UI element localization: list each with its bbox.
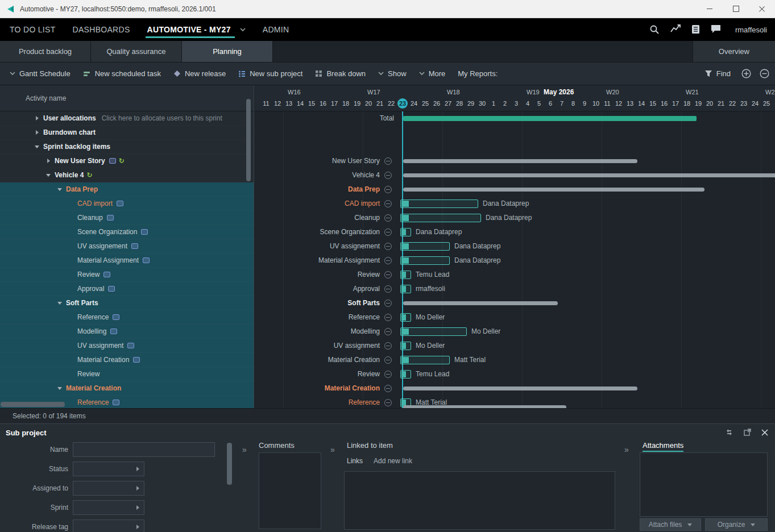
- summary-bar[interactable]: [403, 173, 775, 177]
- collapse-attachments-icon[interactable]: »: [624, 445, 629, 454]
- menu-item-automotive-my27[interactable]: AUTOMOTIVE - MY27: [139, 18, 254, 41]
- tree-vertical-scrollbar[interactable]: [246, 99, 251, 181]
- tree-row-new-user-story[interactable]: New User Story↻: [0, 154, 254, 168]
- expand-arrow-icon[interactable]: [45, 158, 51, 164]
- collapse-allocation-icon[interactable]: [384, 172, 392, 179]
- summary-bar[interactable]: [403, 386, 637, 390]
- gantt-row-uv-assignement[interactable]: UV assignementDana Dataprep: [255, 239, 775, 253]
- task-bar[interactable]: [400, 214, 481, 222]
- collapse-allocation-icon[interactable]: [384, 314, 392, 321]
- tree-row-vehicle-4[interactable]: Vehicle 4↻: [0, 168, 254, 182]
- gantt-row-material-creation[interactable]: Material CreationMatt Terial: [255, 353, 775, 367]
- tab-product-backlog[interactable]: Product backlog: [0, 41, 91, 62]
- collapse-allocation-icon[interactable]: [384, 228, 392, 236]
- collapse-allocation-icon[interactable]: [384, 186, 392, 193]
- item-checkbox-icon[interactable]: [143, 257, 150, 263]
- tree-row-material-assignment[interactable]: Material Assignment: [0, 253, 254, 268]
- collapse-allocation-icon[interactable]: [384, 371, 392, 378]
- expand-arrow-icon[interactable]: [34, 115, 40, 121]
- tree-row-approval[interactable]: Approval: [0, 282, 254, 296]
- collapse-allocation-icon[interactable]: [384, 271, 392, 279]
- tree-row-review[interactable]: Review: [0, 268, 254, 282]
- zoom-out-icon[interactable]: [760, 69, 769, 78]
- links-tab[interactable]: Links: [347, 457, 363, 465]
- subproject-status-dropdown[interactable]: [73, 462, 144, 476]
- gantt-row-total[interactable]: Total: [255, 111, 775, 126]
- collapse-allocation-icon[interactable]: [384, 200, 392, 207]
- subproject-name-input[interactable]: [73, 442, 215, 457]
- gantt-row-approval[interactable]: Approvalrmaffesoli: [255, 282, 775, 296]
- collapse-allocation-icon[interactable]: [384, 342, 392, 350]
- subproject-assigned-to-dropdown[interactable]: [73, 481, 144, 496]
- gantt-row-new-user-story[interactable]: New User Story: [255, 154, 775, 168]
- toolbar-more[interactable]: More: [413, 63, 452, 85]
- find-button[interactable]: Find: [702, 69, 733, 78]
- zoom-in-icon[interactable]: [741, 69, 751, 78]
- chat-icon[interactable]: [711, 24, 721, 35]
- task-bar[interactable]: [400, 200, 478, 208]
- total-allocation-bar[interactable]: [403, 116, 697, 121]
- collapse-allocation-icon[interactable]: [384, 300, 392, 307]
- tree-item-note[interactable]: Click here to allocate users to this spr…: [102, 114, 222, 122]
- summary-bar[interactable]: [403, 159, 637, 163]
- gantt-row-uv-assignment[interactable]: UV assignmentMo Deller: [255, 339, 775, 353]
- item-checkbox-icon[interactable]: [109, 158, 116, 164]
- attachments-section-title[interactable]: Attachments: [643, 441, 683, 452]
- gantt-row-review[interactable]: ReviewTemu Lead: [255, 268, 775, 282]
- collapse-arrow-icon[interactable]: [57, 186, 63, 192]
- tree-row-scene-organization[interactable]: Scene Organization: [0, 225, 254, 239]
- collapse-allocation-icon[interactable]: [384, 356, 392, 364]
- toolbar-new-sub-project[interactable]: New sub project: [232, 63, 309, 85]
- analytics-icon[interactable]: [670, 24, 681, 35]
- report-icon[interactable]: [691, 24, 700, 35]
- tree-row-uv-assignement[interactable]: UV assignement: [0, 239, 254, 253]
- collapse-allocation-icon[interactable]: [384, 385, 392, 392]
- gantt-row-reference[interactable]: ReferenceMo Deller: [255, 310, 775, 325]
- tree-row-review[interactable]: Review: [0, 367, 254, 381]
- close-button[interactable]: [749, 0, 775, 18]
- collapse-arrow-icon[interactable]: [34, 144, 40, 149]
- tree-row-uv-assignment[interactable]: UV assignment: [0, 339, 254, 353]
- gantt-row-modelling[interactable]: ModellingMo Deller: [255, 325, 775, 339]
- collapse-allocation-icon[interactable]: [384, 328, 392, 335]
- task-bar[interactable]: [400, 327, 467, 336]
- zoom-icon[interactable]: [649, 24, 660, 35]
- item-checkbox-icon[interactable]: [141, 229, 148, 235]
- collapse-arrow-icon[interactable]: [57, 385, 63, 391]
- toolbar-break-down[interactable]: Break down: [309, 63, 372, 85]
- summary-bar[interactable]: [403, 188, 704, 192]
- linked-items-box[interactable]: [344, 471, 615, 530]
- close-panel-icon[interactable]: [761, 429, 768, 436]
- tree-row-cleanup[interactable]: Cleanup: [0, 211, 254, 225]
- tree-row-material-creation[interactable]: Material Creation: [0, 381, 254, 396]
- toolbar-gantt-schedule[interactable]: Gantt Schedule: [3, 63, 77, 85]
- add-new-link-tab[interactable]: Add new link: [374, 457, 412, 465]
- item-checkbox-icon[interactable]: [110, 329, 117, 334]
- menu-item-admin[interactable]: ADMIN: [254, 18, 298, 41]
- tree-row-soft-parts[interactable]: Soft Parts: [0, 296, 254, 310]
- maximize-button[interactable]: [723, 0, 749, 18]
- attach-files-button[interactable]: Attach files: [640, 518, 701, 531]
- toolbar-my-reports[interactable]: My Reports:: [451, 63, 504, 85]
- tree-row-modelling[interactable]: Modelling: [0, 325, 254, 339]
- popout-icon[interactable]: [744, 429, 751, 436]
- tree-row-material-creation[interactable]: Material Creation: [0, 353, 254, 367]
- task-bar[interactable]: [400, 242, 450, 251]
- toolbar-show[interactable]: Show: [372, 63, 413, 85]
- subproject-release-tag-dropdown[interactable]: [73, 519, 144, 532]
- gantt-row-review[interactable]: ReviewTemu Lead: [255, 367, 775, 381]
- toolbar-new-scheduled-task[interactable]: New scheduled task: [77, 63, 167, 85]
- task-bar[interactable]: [400, 370, 411, 379]
- gantt-row-reference[interactable]: ReferenceMatt Terial: [255, 396, 775, 408]
- comments-box[interactable]: [259, 452, 321, 529]
- swap-panel-icon[interactable]: [725, 429, 733, 436]
- tree-row-cad-import[interactable]: CAD import: [0, 197, 254, 211]
- tree-row-sprint-backlog-items[interactable]: Sprint backlog items: [0, 140, 254, 154]
- chevron-down-icon[interactable]: [240, 28, 246, 32]
- organize-button[interactable]: Organize: [705, 518, 768, 531]
- gantt-row-material-creation[interactable]: Material Creation: [255, 381, 775, 396]
- menu-item-to-do-list[interactable]: TO DO LIST: [1, 18, 64, 41]
- gantt-row-cad-import[interactable]: CAD importDana Dataprep: [255, 197, 775, 211]
- tab-planning[interactable]: Planning: [182, 41, 273, 62]
- collapse-allocation-icon[interactable]: [384, 285, 392, 293]
